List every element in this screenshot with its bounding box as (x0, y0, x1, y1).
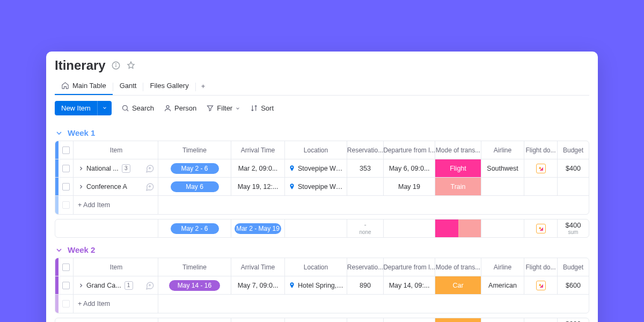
svg-point-3 (122, 106, 127, 111)
filter-button[interactable]: Filter (206, 104, 240, 112)
summary-arrival: May 7 (231, 318, 285, 322)
location-cell[interactable]: Stovepipe Wells Vill... (285, 178, 347, 195)
budget-cell[interactable]: $600 (558, 276, 589, 294)
mode-cell[interactable]: Train (435, 178, 481, 195)
chevron-down-icon (235, 106, 240, 111)
col-location[interactable]: Location (285, 141, 347, 159)
location-cell[interactable]: Hotel Spring, Grand ... (285, 276, 347, 294)
departure-cell[interactable]: May 14, 09:... (384, 276, 435, 294)
col-item[interactable]: Item (74, 258, 158, 276)
row-checkbox[interactable] (62, 282, 70, 289)
pin-icon (288, 183, 296, 191)
summary-mode (435, 318, 481, 322)
tab-add-view[interactable]: + (196, 79, 211, 94)
col-arrival[interactable]: Arrival Time (231, 141, 285, 159)
group-week 2: Week 2 Item Timeline Arrival Time Locati… (55, 245, 589, 322)
mode-cell[interactable]: Flight (435, 159, 481, 177)
star-icon[interactable] (126, 61, 136, 70)
summary-doc (524, 219, 558, 237)
reservation-cell[interactable]: 890 (347, 276, 384, 294)
group-table: Item Timeline Arrival Time Location Rese… (55, 141, 589, 215)
sort-button[interactable]: Sort (250, 104, 274, 112)
col-budget[interactable]: Budget (558, 141, 589, 159)
search-button[interactable]: Search (121, 104, 154, 112)
group-title: Week 2 (68, 245, 95, 254)
new-item-button[interactable]: New Item (55, 101, 112, 115)
row-checkbox[interactable] (62, 165, 70, 172)
add-item-row[interactable]: + Add Item (55, 295, 589, 313)
mode-cell[interactable]: Car (435, 276, 481, 294)
row-checkbox[interactable] (62, 183, 70, 191)
budget-cell[interactable] (558, 178, 589, 195)
item-name-cell[interactable]: Grand Ca... 1 (74, 276, 158, 294)
svg-point-2 (115, 64, 116, 64)
summary-reservation: -none (347, 219, 384, 237)
col-reservation[interactable]: Reservatio... (347, 258, 384, 276)
add-item-row[interactable]: + Add Item (55, 196, 589, 214)
col-arrival[interactable]: Arrival Time (231, 258, 285, 276)
group-header[interactable]: Week 1 (55, 128, 589, 137)
doc-cell[interactable] (524, 178, 558, 195)
table-header-row: Item Timeline Arrival Time Location Rese… (55, 258, 589, 276)
file-thumbnail-icon (536, 224, 546, 233)
item-name-cell[interactable]: National ... 3 (74, 159, 158, 177)
person-icon (164, 104, 172, 112)
item-name-text: National ... (86, 165, 119, 172)
timeline-cell[interactable]: May 2 - 6 (158, 159, 231, 177)
location-cell[interactable]: Stovepipe Wells Vill... (285, 159, 347, 177)
col-budget[interactable]: Budget (558, 258, 589, 276)
group-week 1: Week 1 Item Timeline Arrival Time Locati… (55, 128, 589, 238)
timeline-cell[interactable]: May 6 (158, 178, 231, 195)
svg-point-5 (166, 106, 169, 108)
col-departure[interactable]: Departure from l... (384, 258, 435, 276)
select-all-checkbox[interactable] (62, 147, 70, 154)
reservation-cell[interactable]: 353 (347, 159, 384, 177)
budget-cell[interactable]: $400 (558, 159, 589, 177)
col-mode[interactable]: Mode of trans... (435, 258, 481, 276)
select-all-checkbox[interactable] (62, 264, 70, 271)
departure-cell[interactable]: May 6, 09:0... (384, 159, 435, 177)
col-mode[interactable]: Mode of trans... (435, 141, 481, 159)
col-timeline[interactable]: Timeline (158, 258, 231, 276)
tab-main-table[interactable]: Main Table (55, 78, 113, 95)
departure-cell[interactable]: May 19 (384, 178, 435, 195)
group-header[interactable]: Week 2 (55, 245, 589, 254)
col-doc[interactable]: Flight do... (524, 258, 558, 276)
airline-cell[interactable]: American (481, 276, 524, 294)
airline-cell[interactable] (481, 178, 524, 195)
chat-icon[interactable] (145, 182, 155, 192)
col-location[interactable]: Location (285, 258, 347, 276)
chat-icon[interactable] (145, 164, 155, 173)
col-doc[interactable]: Flight do... (524, 141, 558, 159)
info-icon[interactable] (111, 61, 121, 70)
item-name-text: Grand Ca... (86, 282, 121, 289)
arrival-cell[interactable]: May 19, 12:... (231, 178, 285, 195)
chevron-right-icon[interactable] (78, 282, 84, 289)
doc-cell[interactable] (524, 276, 558, 294)
col-airline[interactable]: Airline (481, 141, 524, 159)
col-departure[interactable]: Departure from l... (384, 141, 435, 159)
tab-files-gallery[interactable]: Files Gallery (143, 78, 195, 95)
arrival-cell[interactable]: May 7, 09:0... (231, 276, 285, 294)
airline-cell[interactable]: Southwest (481, 159, 524, 177)
svg-point-14 (291, 283, 293, 285)
summary-row: May 2 - 6 Mar 2 - May 19 -none $400sum (55, 219, 589, 238)
doc-cell[interactable] (524, 159, 558, 177)
chat-icon[interactable] (145, 281, 155, 290)
person-filter-button[interactable]: Person (164, 104, 196, 112)
chevron-right-icon[interactable] (78, 184, 84, 190)
chevron-down-icon[interactable] (97, 101, 112, 115)
item-name-cell[interactable]: Conference A (74, 178, 158, 195)
col-reservation[interactable]: Reservatio... (347, 141, 384, 159)
timeline-cell[interactable]: May 14 - 16 (158, 276, 231, 294)
col-airline[interactable]: Airline (481, 258, 524, 276)
group-table: Item Timeline Arrival Time Location Rese… (55, 258, 589, 313)
chevron-right-icon[interactable] (78, 165, 84, 172)
col-timeline[interactable]: Timeline (158, 141, 231, 159)
reservation-cell[interactable] (347, 178, 384, 195)
tab-gantt[interactable]: Gantt (113, 78, 143, 95)
col-item[interactable]: Item (74, 141, 158, 159)
summary-mode (435, 219, 481, 237)
arrival-cell[interactable]: Mar 2, 09:0... (231, 159, 285, 177)
header: Itinerary Main Table Gantt Files Gallery… (46, 52, 598, 96)
